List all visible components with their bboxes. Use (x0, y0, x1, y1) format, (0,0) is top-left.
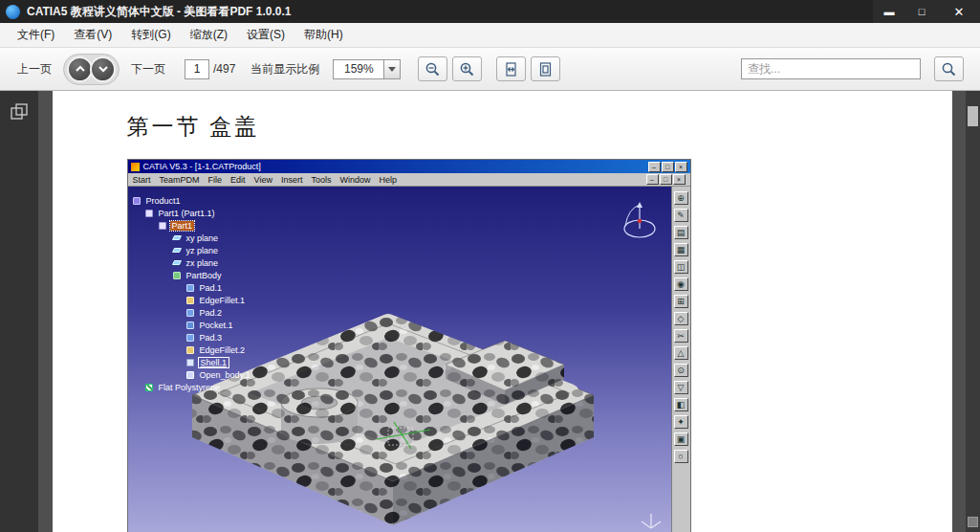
app-logo-icon (6, 5, 20, 19)
next-page-label[interactable]: 下一页 (131, 61, 165, 78)
tree-node-pocket1: Pocket.1 (133, 319, 252, 331)
pdf-page: 第一节 盒盖 CATIA V5.3 - [1-1.CATProduct] – □… (53, 91, 952, 532)
zoom-value: 159% (333, 59, 384, 79)
catia-mdi-minimize-button: – (646, 174, 659, 185)
search-input[interactable] (741, 58, 921, 79)
catia-menu-insert: Insert (281, 175, 303, 185)
thumbnail-panel-icon[interactable] (11, 103, 29, 120)
page-total-label: /497 (213, 62, 235, 76)
pad-icon (186, 284, 194, 292)
catia-maximize-button: □ (662, 162, 674, 172)
menu-view[interactable]: 查看(V) (64, 23, 121, 48)
scrollbar-thumb[interactable] (968, 106, 978, 126)
tree-node-yz-plane: yz plane (133, 244, 252, 256)
catia-tool-icon: ◧ (674, 398, 688, 411)
partbody-icon (173, 272, 181, 279)
menu-settings[interactable]: 设置(S) (237, 23, 294, 48)
open-body-icon (186, 371, 194, 379)
catia-close-button: × (675, 162, 687, 172)
zoom-out-icon (425, 61, 441, 78)
product-icon (133, 197, 141, 205)
catia-tool-icon: ⊞ (674, 295, 688, 308)
catia-tool-icon: ▽ (674, 381, 688, 394)
section-heading: 第一节 盒盖 (127, 112, 952, 142)
page-number-input[interactable] (185, 59, 209, 79)
toolbar: 上一页 下一页 /497 当前显示比例 159% (0, 48, 980, 91)
window-title: CATIA5 教程讲义简体中文版 - 美图看看PDF 1.0.0.1 (27, 4, 291, 20)
catia-compass-icon (620, 200, 660, 244)
fit-buttons (496, 56, 565, 81)
catia-3d-viewport: Product1 Part1 (Part1.1) Part1 xy plane … (128, 187, 690, 532)
catia-tool-icon: ✎ (674, 209, 688, 222)
zoom-ratio-label: 当前显示比例 (250, 61, 319, 78)
catia-mdi-close-button: × (673, 174, 686, 185)
plane-icon (171, 248, 181, 253)
tree-node-material: Flat Polystyrene (133, 381, 252, 393)
catia-app-icon (131, 163, 140, 171)
catia-tool-icon: ○ (674, 450, 688, 463)
document-viewport[interactable]: 第一节 盒盖 CATIA V5.3 - [1-1.CATProduct] – □… (38, 91, 966, 532)
tree-node-openbody1: Open_body.1 (133, 368, 252, 381)
menu-help[interactable]: 帮助(H) (294, 23, 353, 48)
zoom-select[interactable]: 159% (333, 59, 401, 79)
vertical-scrollbar[interactable] (966, 91, 980, 532)
search-button[interactable] (934, 56, 964, 81)
catia-tool-icon: ◫ (674, 260, 688, 274)
zoom-dropdown-button[interactable] (383, 59, 401, 79)
main-area: 第一节 盒盖 CATIA V5.3 - [1-1.CATProduct] – □… (0, 91, 980, 532)
close-button[interactable]: ✕ (938, 0, 980, 23)
fillet-icon (186, 297, 194, 304)
catia-mdi-controls: – □ × (646, 174, 686, 185)
search-area (741, 56, 969, 81)
prev-page-button[interactable] (67, 56, 93, 82)
menu-file[interactable]: 文件(F) (8, 23, 64, 48)
catia-menu-edit: Edit (230, 175, 246, 185)
catia-tool-icon: △ (674, 346, 688, 360)
chevron-down-icon (98, 65, 109, 73)
fillet-icon (186, 346, 194, 354)
catia-minimize-button: – (648, 162, 661, 172)
page-nav-group (63, 54, 120, 85)
app-titlebar: CATIA5 教程讲义简体中文版 - 美图看看PDF 1.0.0.1 ▬ □ ✕ (0, 0, 980, 23)
zoom-out-button[interactable] (418, 56, 447, 81)
fit-page-icon (537, 61, 554, 78)
next-page-button[interactable] (90, 56, 116, 82)
window-controls: ▬ □ ✕ (873, 0, 980, 23)
catia-toolbar: ⊕ ✎ ▤ ▦ ◫ ◉ ⊞ ◇ ✂ △ ⊙ ▽ ◧ ✦ ▣ (671, 187, 690, 532)
tree-node-partbody: PartBody (133, 269, 252, 281)
zoom-buttons (418, 56, 487, 81)
scroll-corner-button[interactable] (968, 517, 978, 527)
menu-goto[interactable]: 转到(G) (121, 23, 180, 48)
zoom-in-button[interactable] (452, 56, 482, 81)
catia-window-controls: – □ × (648, 162, 687, 172)
tree-node-pad1: Pad.1 (133, 281, 252, 294)
tree-node-pad3: Pad.3 (133, 331, 252, 344)
prev-page-label[interactable]: 上一页 (17, 61, 52, 78)
catia-tool-icon: ⊕ (674, 191, 688, 205)
material-icon (145, 384, 153, 391)
catia-spec-tree: Product1 Part1 (Part1.1) Part1 xy plane … (133, 194, 252, 393)
catia-tool-icon: ▦ (674, 243, 688, 256)
tree-node-edgefillet1: EdgeFillet.1 (133, 294, 252, 306)
tree-node-shell1: Shell.1 (133, 356, 252, 368)
catia-menubar: Start TeamPDM File Edit View Insert Tool… (128, 173, 690, 187)
tree-node-product1: Product1 (133, 194, 252, 207)
catia-menu-teampdm: TeamPDM (160, 175, 200, 185)
catia-window-title: CATIA V5.3 - [1-1.CATProduct] (143, 162, 261, 171)
search-icon (941, 61, 957, 78)
fit-width-button[interactable] (496, 56, 526, 81)
part-icon (159, 222, 166, 230)
maximize-button[interactable]: □ (905, 0, 938, 23)
catia-menu-window: Window (339, 175, 370, 185)
part-icon (145, 210, 153, 217)
tree-node-edgefillet2: EdgeFillet.2 (133, 344, 252, 356)
tree-node-part1-instance: Part1 (Part1.1) (133, 207, 252, 219)
shell-icon (186, 359, 194, 366)
catia-tool-icon: ✂ (674, 329, 688, 343)
minimize-button[interactable]: ▬ (873, 0, 905, 23)
catia-tool-icon: ✦ (674, 415, 688, 429)
fit-page-button[interactable] (531, 56, 560, 81)
dropdown-arrow-icon (388, 67, 396, 72)
chevron-up-icon (75, 65, 86, 73)
menu-zoom[interactable]: 缩放(Z) (181, 23, 237, 48)
